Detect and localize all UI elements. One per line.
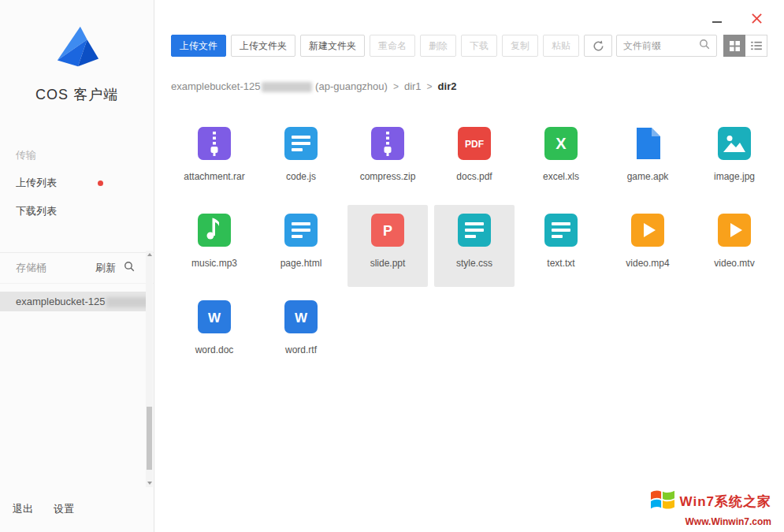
doc-file-icon: W <box>197 299 232 334</box>
lines-teal-file-icon <box>457 213 492 247</box>
toolbar-button[interactable]: 上传文件夹 <box>231 35 295 57</box>
close-icon <box>752 13 762 24</box>
file-name: style.css <box>456 258 492 269</box>
file-item-card[interactable]: text.txt <box>521 205 601 287</box>
file-item-card[interactable]: PDFdocs.pdf <box>434 118 515 200</box>
file-item-card[interactable]: video.mp4 <box>608 205 688 287</box>
watermark-url: Www.Winwin7.com <box>649 516 771 527</box>
main-panel: 上传文件上传文件夹新建文件夹重命名删除下载复制粘贴 <box>154 0 784 532</box>
toolbar-button: 重命名 <box>370 35 415 57</box>
sidebar-item-download-list[interactable]: 下载列表 <box>0 197 154 225</box>
breadcrumb-dir2-current: dir2 <box>438 80 457 92</box>
toolbar-button: 删除 <box>420 35 456 57</box>
file-item[interactable]: Wword.doc <box>171 292 258 378</box>
grid-view-button[interactable] <box>723 35 745 57</box>
sidebar-item-upload-list[interactable]: 上传列表 <box>0 169 154 197</box>
file-item-card[interactable]: style.css <box>434 205 515 287</box>
sidebar-footer: 退出 设置 <box>13 502 74 516</box>
scrollbar-thumb[interactable] <box>147 407 152 470</box>
mp3-file-icon <box>197 213 232 247</box>
play-file-icon <box>630 213 665 247</box>
bucket-list-item[interactable]: examplebucket-125 <box>0 292 148 311</box>
file-item-card[interactable]: attachment.rar <box>174 118 255 200</box>
lines-blue-file-icon <box>284 213 318 247</box>
file-name: text.txt <box>547 258 574 269</box>
minimize-button[interactable] <box>708 11 726 25</box>
file-item-card[interactable]: music.mp3 <box>174 205 255 287</box>
settings-link[interactable]: 设置 <box>54 502 74 516</box>
file-name: page.html <box>281 258 322 269</box>
watermark: Win7系统之家 Www.Winwin7.com <box>649 488 771 527</box>
xls-file-icon: X <box>544 126 578 161</box>
file-item[interactable]: compress.zip <box>344 118 431 205</box>
breadcrumb-bucket[interactable]: examplebucket-125 (ap-guangzhou) <box>171 80 388 92</box>
breadcrumb-dir1[interactable]: dir1 <box>404 80 422 92</box>
file-name: music.mp3 <box>191 258 237 269</box>
file-item[interactable]: style.css <box>431 205 518 292</box>
refresh-button[interactable] <box>584 35 612 57</box>
breadcrumb: examplebucket-125 (ap-guangzhou) > dir1 … <box>171 80 767 92</box>
zip-file-icon <box>197 126 232 161</box>
bucket-section-label: 存储桶 <box>16 261 95 275</box>
grid-view-icon <box>730 41 740 51</box>
file-item-card[interactable]: Wword.doc <box>174 292 255 374</box>
search-input[interactable] <box>623 40 699 51</box>
file-item[interactable]: attachment.rar <box>171 118 258 205</box>
play-file-icon <box>717 213 752 247</box>
file-item[interactable]: Pslide.ppt <box>344 205 431 292</box>
file-item[interactable]: game.apk <box>604 118 691 205</box>
cos-logo-icon <box>53 58 102 72</box>
file-item-card[interactable]: page.html <box>261 205 341 287</box>
zip-file-icon <box>370 126 405 161</box>
file-item[interactable]: video.mtv <box>691 205 778 292</box>
file-item-card[interactable]: video.mtv <box>694 205 775 287</box>
file-item-card[interactable]: image.jpg <box>694 118 775 200</box>
svg-text:W: W <box>295 311 308 326</box>
sidebar-scrollbar[interactable] <box>146 251 153 487</box>
file-item[interactable]: page.html <box>258 205 344 292</box>
scroll-down-icon[interactable] <box>147 482 152 485</box>
toolbar-button: 粘贴 <box>543 35 579 57</box>
file-item[interactable]: Wword.rtf <box>258 292 344 378</box>
file-item-card[interactable]: Xexcel.xls <box>521 118 601 200</box>
file-item[interactable]: music.mp3 <box>171 205 258 292</box>
file-item[interactable]: image.jpg <box>691 118 778 205</box>
file-name: code.js <box>286 171 316 182</box>
scroll-up-icon[interactable] <box>147 253 152 256</box>
file-item[interactable]: Xexcel.xls <box>518 118 604 205</box>
app-window: COS 客户端 传输 上传列表 下载列表 存储桶 刷新 exampleb <box>0 0 784 532</box>
watermark-title: Win7系统之家 <box>680 493 771 511</box>
file-item-card[interactable]: compress.zip <box>347 118 428 200</box>
file-item-card[interactable]: Pslide.ppt <box>347 205 428 287</box>
toolbar-button[interactable]: 上传文件 <box>171 35 226 57</box>
lines-teal-file-icon <box>544 213 578 247</box>
window-controls <box>708 11 765 25</box>
file-name: game.apk <box>627 171 669 182</box>
close-button[interactable] <box>748 11 765 25</box>
svg-text:PDF: PDF <box>465 139 484 150</box>
apk-file-icon <box>630 126 665 161</box>
file-item[interactable]: video.mp4 <box>604 205 691 292</box>
search-area <box>616 35 767 57</box>
bucket-refresh-link[interactable]: 刷新 <box>95 261 116 275</box>
file-item[interactable]: code.js <box>258 118 344 205</box>
file-name: excel.xls <box>543 171 579 182</box>
win7-flag-icon <box>649 488 676 515</box>
file-name: docs.pdf <box>456 171 492 182</box>
bucket-search-icon[interactable] <box>124 261 135 275</box>
file-name: compress.zip <box>360 171 416 182</box>
file-item-card[interactable]: game.apk <box>608 118 688 200</box>
toolbar: 上传文件上传文件夹新建文件夹重命名删除下载复制粘贴 <box>171 35 767 57</box>
ppt-file-icon: P <box>370 213 405 247</box>
file-item[interactable]: PDFdocs.pdf <box>431 118 518 205</box>
jpg-file-icon <box>717 126 752 161</box>
toolbar-button[interactable]: 新建文件夹 <box>300 35 365 57</box>
file-name: video.mtv <box>714 258 754 269</box>
list-view-button[interactable] <box>745 35 767 57</box>
file-item-card[interactable]: code.js <box>261 118 341 200</box>
logout-link[interactable]: 退出 <box>13 502 33 516</box>
file-item[interactable]: text.txt <box>518 205 604 292</box>
lines-blue-file-icon <box>284 126 318 161</box>
search-icon[interactable] <box>699 39 710 53</box>
file-item-card[interactable]: Wword.rtf <box>261 292 341 374</box>
